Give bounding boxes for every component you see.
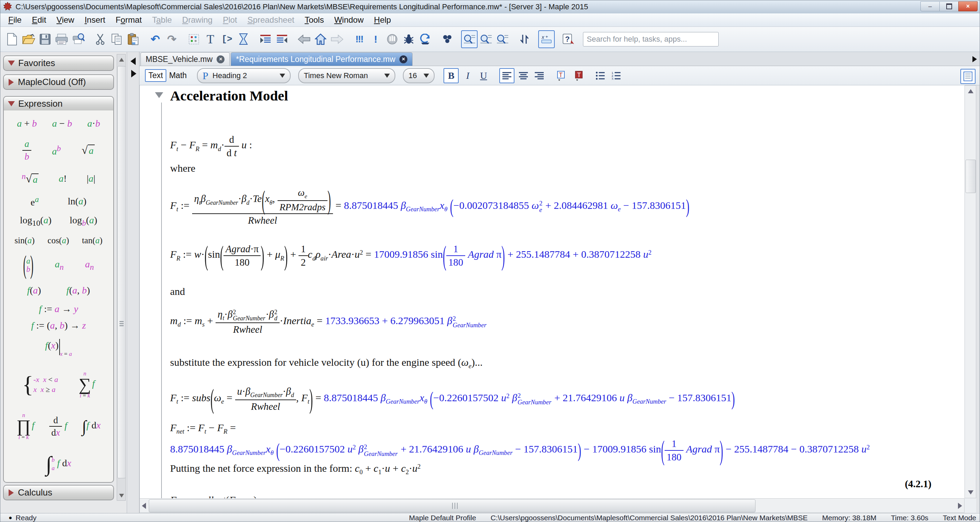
indent-icon[interactable] — [257, 30, 274, 48]
scrollbar-thumb[interactable] — [966, 160, 976, 193]
restore-button[interactable] — [939, 2, 959, 11]
menu-insert[interactable]: Insert — [80, 15, 111, 25]
scroll-up-icon[interactable] — [968, 89, 974, 93]
palette-item[interactable]: √a — [80, 143, 97, 157]
palette-item[interactable]: an — [83, 258, 96, 273]
math-input-line-clipped[interactable]: Fnet := collect(Fnet, u) — [170, 494, 257, 498]
align-left-button[interactable] — [499, 68, 514, 83]
cut-scissors-icon[interactable] — [92, 30, 108, 48]
minimize-button[interactable]: – — [920, 2, 940, 11]
palette-item[interactable]: a − b — [50, 117, 74, 130]
underline-button[interactable]: U — [477, 69, 490, 83]
menu-edit[interactable]: Edit — [27, 15, 51, 25]
bullet-list-button[interactable] — [593, 69, 608, 83]
zoom-default-magnifier-icon[interactable] — [477, 30, 494, 48]
save-floppy-icon[interactable] — [37, 30, 53, 48]
menu-file[interactable]: File — [3, 15, 27, 25]
palette-item[interactable]: cos(a) — [45, 235, 71, 246]
palette-item[interactable]: (ab) — [21, 256, 35, 274]
menu-view[interactable]: View — [51, 15, 80, 25]
palette-item[interactable]: f := (a, b) → z — [29, 319, 88, 332]
math-output-fnet[interactable]: 8.875018445 βGearNumberxθ (−0.2260157502… — [170, 438, 870, 463]
sidebar-panel-expression[interactable]: Expression — [3, 96, 114, 111]
home-house-icon[interactable] — [312, 30, 329, 48]
math-equation-fr[interactable]: FR := w·(sin(Agrad·π180) + μR) + 12cdρai… — [170, 243, 652, 268]
scroll-down-icon[interactable] — [119, 494, 124, 498]
math-equation-fnet-def[interactable]: Fnet := Ft − FR = — [170, 422, 236, 435]
open-folder-icon[interactable] — [20, 30, 37, 48]
undo-arrow-icon[interactable]: ↶ — [147, 30, 164, 48]
palette-item[interactable]: ∫ba f dx — [44, 451, 73, 477]
palette-item[interactable]: ab — [50, 143, 63, 158]
worksheet-canvas[interactable]: Acceleration Model Ft − FR = md·dd t u :… — [140, 85, 964, 498]
text-line[interactable]: substitute the expression for vehicle ve… — [170, 357, 483, 370]
toggle-io-arrows-icon[interactable] — [516, 30, 533, 48]
close-button[interactable]: × — [958, 2, 978, 11]
sidebar-panel-favorites[interactable]: Favorites — [3, 56, 114, 71]
print-icon[interactable] — [53, 30, 70, 48]
section-heading[interactable]: Acceleration Model — [170, 87, 288, 104]
help-question-icon[interactable]: ? — [560, 30, 577, 48]
menu-tools[interactable]: Tools — [299, 15, 329, 25]
tab-mbse-vehicle[interactable]: MBSE_Vehicle.mw × — [140, 52, 230, 66]
scroll-left-icon[interactable] — [142, 503, 146, 509]
hourglass-icon[interactable] — [235, 30, 252, 48]
palette-item[interactable]: f(x)x = a — [43, 338, 74, 358]
sidebar-scrollbar[interactable] — [117, 54, 126, 501]
scroll-down-icon[interactable] — [968, 490, 974, 495]
palette-item[interactable]: log10(a) — [18, 214, 54, 228]
help-search-input[interactable] — [583, 32, 719, 46]
font-color-button[interactable]: T — [555, 69, 569, 83]
mode-text-button[interactable]: Text — [145, 69, 166, 82]
tab-close-icon[interactable]: × — [216, 56, 224, 63]
insert-text-T-icon[interactable]: T — [202, 30, 219, 48]
palette-item[interactable]: |a| — [85, 172, 97, 185]
scrollbar-thumb[interactable] — [118, 66, 126, 478]
palette-item[interactable]: a + b — [15, 117, 39, 130]
palette-item[interactable]: tan(a) — [80, 235, 105, 246]
slider-x-plus-icon[interactable]: x+ — [538, 30, 555, 48]
scroll-right-icon[interactable] — [958, 503, 962, 509]
execute-one-icon[interactable]: ! — [368, 30, 384, 48]
align-right-button[interactable] — [532, 69, 546, 83]
italic-button[interactable]: I — [461, 69, 474, 83]
collapse-right-icon[interactable] — [131, 70, 136, 78]
palette-item[interactable]: ddx f — [47, 414, 69, 439]
group-cluster-icon[interactable] — [439, 30, 455, 48]
worksheet-horizontal-scrollbar[interactable] — [140, 498, 964, 513]
sidebar-panel-maplecloud[interactable]: MapleCloud (Off) — [3, 74, 114, 90]
font-family-dropdown[interactable]: Times New Roman — [298, 68, 395, 83]
palette-item[interactable]: f := a → y — [37, 303, 80, 315]
print-preview-icon[interactable] — [70, 30, 86, 48]
text-line[interactable]: and — [170, 286, 185, 297]
menu-window[interactable]: Window — [329, 15, 369, 25]
palette-item[interactable]: n∏i = kf — [14, 412, 37, 441]
debug-bug-icon[interactable] — [401, 30, 417, 48]
text-line[interactable]: Putting the net force expression in the … — [170, 462, 421, 476]
palette-item[interactable]: ea — [29, 194, 41, 208]
math-equation-md[interactable]: md := ms + ηt·β2GearNumber·β2dRwheel·Ine… — [170, 308, 487, 335]
numbered-list-button[interactable]: 123 — [609, 69, 623, 83]
palette-item[interactable]: n∑i = kf — [77, 370, 97, 399]
outdent-icon[interactable] — [274, 30, 290, 48]
palette-item[interactable]: ∫f dx — [80, 416, 103, 436]
back-arrow-icon[interactable] — [296, 30, 312, 48]
palette-item[interactable]: n√a — [20, 171, 41, 186]
tab-close-icon[interactable]: × — [399, 56, 407, 63]
palette-item[interactable]: a·b — [85, 117, 102, 130]
font-size-dropdown[interactable]: 16 — [403, 68, 434, 83]
palette-item[interactable]: ln(a) — [66, 195, 89, 208]
scrollbar-thumb[interactable] — [149, 499, 756, 512]
bold-button[interactable]: B — [444, 68, 459, 83]
text-line[interactable]: where — [170, 162, 195, 174]
math-equation-ft[interactable]: Ft := ηtβGearNumber·βd·Te(xθ, ωeRPM2radp… — [170, 187, 689, 226]
zoom-out-magnifier-icon[interactable] — [494, 30, 511, 48]
interrupt-hand-icon[interactable] — [384, 30, 401, 48]
mode-math-button[interactable]: Math — [166, 70, 189, 81]
palette-item[interactable]: an — [52, 258, 66, 273]
scroll-up-icon[interactable] — [119, 58, 124, 62]
collapse-left-icon[interactable] — [130, 57, 136, 65]
highlight-color-button[interactable]: T — [571, 69, 585, 83]
palette-item[interactable]: {-x x < ax x ≥ a — [20, 371, 60, 399]
align-center-button[interactable] — [517, 69, 530, 83]
